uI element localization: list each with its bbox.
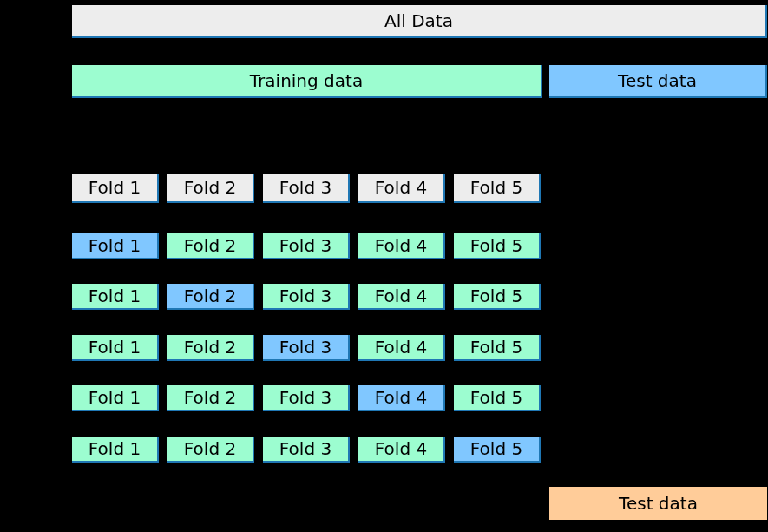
fold-cell-r5-c2: Fold 3 <box>263 437 350 463</box>
fold-cell-r3-c4: Fold 5 <box>454 335 541 361</box>
fold-cell-r4-c4: Fold 5 <box>454 385 541 411</box>
fold-cell-r3-c2: Fold 3 <box>263 335 350 361</box>
fold-cell-r4-c0: Fold 1 <box>72 385 159 411</box>
fold-cell-r3-c1: Fold 2 <box>167 335 254 361</box>
fold-cell-r4-c3: Fold 4 <box>358 385 445 411</box>
fold-cell-r5-c1: Fold 2 <box>167 437 254 463</box>
cv-diagram: All DataTraining dataTest dataFold 1Fold… <box>0 0 768 532</box>
fold-cell-r1-c4: Fold 5 <box>454 233 541 259</box>
fold-cell-r5-c3: Fold 4 <box>358 437 445 463</box>
fold-cell-r3-c3: Fold 4 <box>358 335 445 361</box>
fold-cell-r4-c1: Fold 2 <box>167 385 254 411</box>
fold-cell-r3-c0: Fold 1 <box>72 335 159 361</box>
fold-cell-r0-c3: Fold 4 <box>358 174 445 203</box>
fold-cell-r0-c4: Fold 5 <box>454 174 541 203</box>
fold-cell-r2-c1: Fold 2 <box>167 284 254 310</box>
fold-cell-r1-c1: Fold 2 <box>167 233 254 259</box>
fold-cell-r2-c0: Fold 1 <box>72 284 159 310</box>
fold-cell-r4-c2: Fold 3 <box>263 385 350 411</box>
training-data-bar: Training data <box>72 65 542 98</box>
fold-cell-r2-c4: Fold 5 <box>454 284 541 310</box>
fold-cell-r2-c3: Fold 4 <box>358 284 445 310</box>
all-data-bar: All Data <box>72 5 767 38</box>
test-data-bar-top: Test data <box>549 65 767 98</box>
fold-cell-r5-c4: Fold 5 <box>454 437 541 463</box>
fold-cell-r1-c2: Fold 3 <box>263 233 350 259</box>
fold-cell-r5-c0: Fold 1 <box>72 437 159 463</box>
fold-cell-r1-c0: Fold 1 <box>72 233 159 259</box>
fold-cell-r0-c2: Fold 3 <box>263 174 350 203</box>
fold-cell-r0-c0: Fold 1 <box>72 174 159 203</box>
fold-cell-r2-c2: Fold 3 <box>263 284 350 310</box>
test-data-bar-bottom: Test data <box>549 487 767 520</box>
fold-cell-r1-c3: Fold 4 <box>358 233 445 259</box>
fold-cell-r0-c1: Fold 2 <box>167 174 254 203</box>
